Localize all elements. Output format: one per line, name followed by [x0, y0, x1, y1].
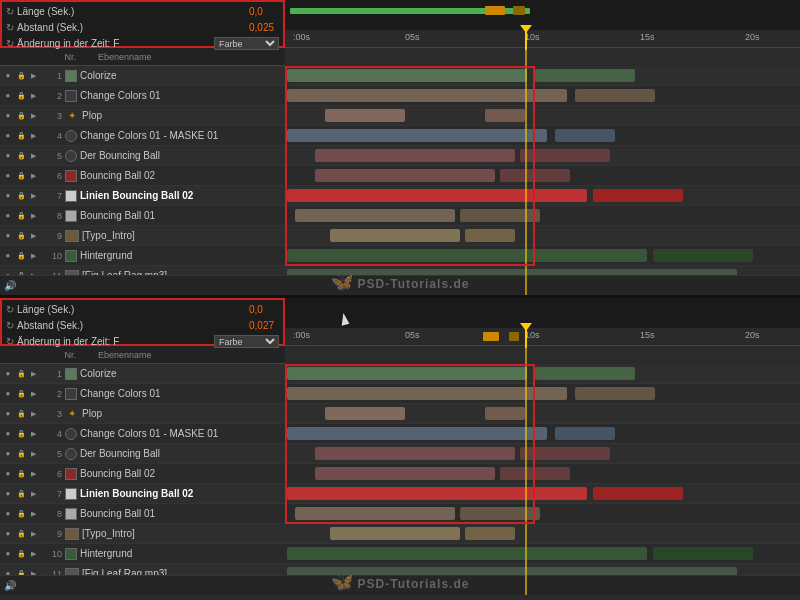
blue-marker [533, 146, 535, 165]
expand-icon[interactable]: ▶ [28, 389, 38, 399]
expand-icon[interactable]: ▶ [28, 429, 38, 439]
eye-icon[interactable]: ● [2, 508, 14, 520]
layer-row: ●🔒▶4Change Colors 01 - MASKE 01 [0, 126, 800, 146]
farbe-select-1[interactable]: Farbe [214, 37, 279, 50]
eye-icon[interactable]: ● [2, 488, 14, 500]
eye-icon[interactable]: ● [2, 548, 14, 560]
lock-icon[interactable]: 🔒 [15, 388, 27, 400]
lock-icon[interactable]: 🔒 [15, 368, 27, 380]
expand-icon[interactable]: ▶ [28, 369, 38, 379]
eye-icon[interactable]: ● [2, 70, 14, 82]
rotate-icon-6: ↻ [6, 336, 14, 347]
layer-number: 7 [48, 191, 64, 201]
aenderung-label-1: Änderung in der Zeit: F [17, 38, 211, 49]
layer-color-swatch [65, 170, 77, 182]
rotate-icon-1: ↻ [6, 6, 14, 17]
timeline-track [285, 166, 800, 185]
timeline-track [285, 444, 800, 463]
abstand-value-2: 0,027 [249, 320, 279, 331]
eye-icon[interactable]: ● [2, 528, 14, 540]
layer-name: Der Bouncing Ball [80, 448, 283, 459]
laenge-value-2: 0,0 [249, 304, 279, 315]
lock-icon[interactable]: 🔒 [15, 468, 27, 480]
lock-icon[interactable]: 🔒 [15, 250, 27, 262]
layer-row: ●🔒▶2Change Colors 01 [0, 384, 800, 404]
eye-icon[interactable]: ● [2, 90, 14, 102]
expand-icon[interactable]: ▶ [28, 509, 38, 519]
lock-icon[interactable]: 🔒 [15, 230, 27, 242]
eye-icon[interactable]: ● [2, 428, 14, 440]
rotate-icon-5: ↻ [6, 320, 14, 331]
expand-icon[interactable]: ▶ [28, 71, 38, 81]
eye-icon[interactable]: ● [2, 230, 14, 242]
eye-icon[interactable]: ● [2, 130, 14, 142]
layer-name: Bouncing Ball 01 [80, 210, 283, 221]
expand-icon[interactable]: ▶ [28, 131, 38, 141]
expand-icon[interactable]: ▶ [28, 409, 38, 419]
lock-icon[interactable]: 🔒 [15, 508, 27, 520]
layer-row: ●🔒▶8Bouncing Ball 01 [0, 206, 800, 226]
layer-row: ●🔒▶5Der Bouncing Ball [0, 146, 800, 166]
expand-icon[interactable]: ▶ [28, 151, 38, 161]
track-bar [325, 109, 405, 122]
eye-icon[interactable]: ● [2, 170, 14, 182]
expand-icon[interactable]: ▶ [28, 211, 38, 221]
lock-icon[interactable]: 🔒 [15, 150, 27, 162]
eye-icon[interactable]: ● [2, 388, 14, 400]
playhead-2[interactable] [525, 326, 527, 348]
lock-icon[interactable]: 🔒 [15, 90, 27, 102]
lock-icon[interactable]: 🔒 [15, 110, 27, 122]
layer-color-swatch [65, 130, 77, 142]
eye-icon[interactable]: ● [2, 150, 14, 162]
eye-icon[interactable]: ● [2, 368, 14, 380]
expand-icon[interactable]: ▶ [28, 91, 38, 101]
eye-icon[interactable]: ● [2, 210, 14, 222]
track-bar [575, 89, 655, 102]
track-bar [535, 367, 635, 380]
expand-icon[interactable]: ▶ [28, 449, 38, 459]
lock-icon[interactable]: 🔒 [15, 70, 27, 82]
eye-icon[interactable]: ● [2, 250, 14, 262]
track-bar [315, 149, 515, 162]
track-bar [653, 547, 753, 560]
track-bar [500, 169, 570, 182]
header-name-2: Ebenenname [78, 350, 152, 360]
eye-icon[interactable]: ● [2, 408, 14, 420]
lock-icon[interactable]: 🔒 [15, 488, 27, 500]
aenderung-label-2: Änderung in der Zeit: F [17, 336, 211, 347]
farbe-select-2[interactable]: Farbe [214, 335, 279, 348]
layer-row: ●🔒▶5Der Bouncing Ball [0, 444, 800, 464]
expand-icon[interactable]: ▶ [28, 469, 38, 479]
eye-icon[interactable]: ● [2, 110, 14, 122]
lock-icon[interactable]: 🔒 [15, 170, 27, 182]
track-bar [287, 89, 567, 102]
layer-number: 10 [48, 549, 64, 559]
track-bar [330, 229, 460, 242]
layer-row: ●🔒▶7Linien Bouncing Ball 02 [0, 484, 800, 504]
eye-icon[interactable]: ● [2, 468, 14, 480]
expand-icon[interactable]: ▶ [28, 111, 38, 121]
expand-icon[interactable]: ▶ [28, 191, 38, 201]
lock-icon[interactable]: 🔒 [15, 408, 27, 420]
lock-icon[interactable]: 🔒 [15, 428, 27, 440]
layer-name: Linien Bouncing Ball 02 [80, 488, 283, 499]
layer-color-swatch [65, 488, 77, 500]
expand-icon[interactable]: ▶ [28, 489, 38, 499]
expand-icon[interactable]: ▶ [28, 529, 38, 539]
expand-icon[interactable]: ▶ [28, 231, 38, 241]
lock-icon[interactable]: 🔒 [15, 548, 27, 560]
track-bar [500, 467, 570, 480]
lock-icon[interactable]: 🔒 [15, 528, 27, 540]
layer-name: Bouncing Ball 01 [80, 508, 283, 519]
playhead-1[interactable] [525, 28, 527, 50]
track-bar [575, 387, 655, 400]
lock-icon[interactable]: 🔒 [15, 448, 27, 460]
eye-icon[interactable]: ● [2, 190, 14, 202]
lock-icon[interactable]: 🔒 [15, 190, 27, 202]
lock-icon[interactable]: 🔒 [15, 210, 27, 222]
lock-icon[interactable]: 🔒 [15, 130, 27, 142]
expand-icon[interactable]: ▶ [28, 171, 38, 181]
expand-icon[interactable]: ▶ [28, 549, 38, 559]
expand-icon[interactable]: ▶ [28, 251, 38, 261]
eye-icon[interactable]: ● [2, 448, 14, 460]
